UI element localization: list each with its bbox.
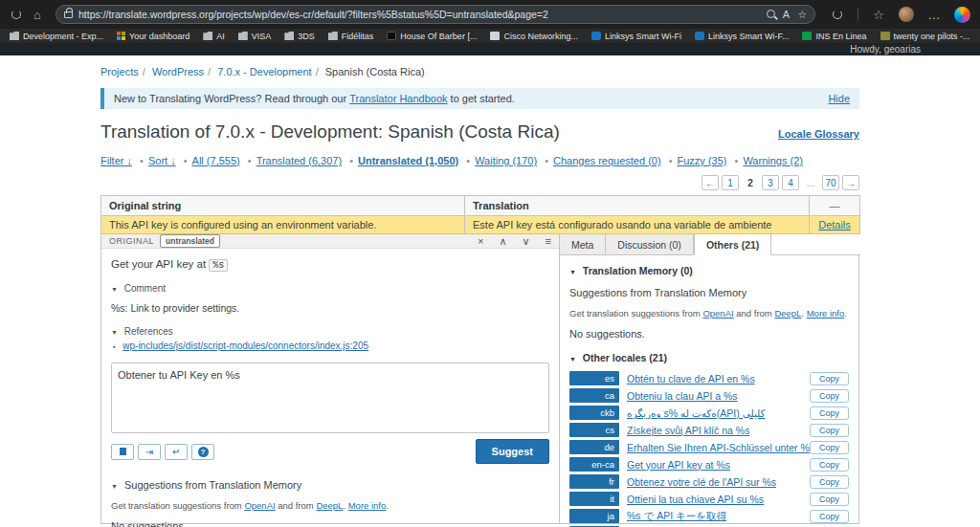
address-bar[interactable]: https://translate.wordpress.org/projects… xyxy=(56,5,815,24)
locale-translation-link[interactable]: Ottieni la tua chiave API su %s xyxy=(627,494,764,505)
filter-link[interactable]: Untranslated (1,050) xyxy=(345,155,458,166)
page-button[interactable]: ... xyxy=(802,175,819,190)
table-row[interactable]: This API key is configured using an envi… xyxy=(101,216,860,234)
read-aloud-icon[interactable]: A xyxy=(783,9,790,20)
bookmark-item[interactable]: VISA xyxy=(238,32,272,41)
side-tab[interactable]: Discussion (0) xyxy=(606,234,694,254)
bookmark-item[interactable]: Development - Exp... xyxy=(10,32,103,41)
more-info-link[interactable]: More info xyxy=(807,308,845,318)
bookmark-item[interactable]: Linksys Smart Wi-Fi xyxy=(591,32,681,41)
favorites-bar-icon[interactable]: ☆ xyxy=(868,8,889,22)
breadcrumb-link[interactable]: WordPress xyxy=(152,66,204,77)
translator-handbook-link[interactable]: Translator Handbook xyxy=(349,93,447,104)
bookmark-item[interactable]: twenty one pilots -... xyxy=(880,32,970,41)
breadcrumb-link[interactable]: 7.0.x - Development xyxy=(217,66,311,77)
search-icon[interactable] xyxy=(767,9,775,20)
copy-button[interactable]: Copy xyxy=(810,458,849,472)
url-text[interactable]: https://translate.wordpress.org/projects… xyxy=(78,9,759,20)
other-locales-toggle[interactable]: ▼ Other locales (21) xyxy=(569,352,851,363)
reference-link[interactable]: wp-includes/js/dist/script-modules/conne… xyxy=(122,340,368,351)
row-translation-text[interactable]: Este API key está configurado usando una… xyxy=(465,216,810,234)
locale-translation-link[interactable]: Obtenez votre clé de l'API sur %s xyxy=(627,476,776,488)
bookmark-item[interactable]: House Of Barber [... xyxy=(387,32,477,41)
locale-translation-link[interactable]: %s で API キーを取得 xyxy=(627,510,726,521)
page-button[interactable]: 2 xyxy=(742,175,759,190)
page-button[interactable]: → xyxy=(842,175,859,190)
page-button[interactable]: 70 xyxy=(822,175,839,190)
profile-avatar[interactable] xyxy=(899,7,914,22)
tm-title-toggle[interactable]: ▼ Translation Memory (0) xyxy=(569,265,851,276)
more-info-link[interactable]: More info xyxy=(348,500,387,511)
bookmark-item[interactable]: Your dashboard xyxy=(117,32,189,41)
copy-button[interactable]: Copy xyxy=(810,493,849,506)
openai-link[interactable]: OpenAI xyxy=(244,500,275,511)
howdy-user[interactable]: Howdy, geoarias xyxy=(850,44,921,55)
browser-essentials-icon[interactable] xyxy=(827,8,848,22)
page-button[interactable]: 3 xyxy=(762,175,779,190)
locale-translation-link[interactable]: کلیلی (API)ەکەت لە %s وەربگرە xyxy=(627,407,766,419)
side-tab[interactable]: Meta xyxy=(560,234,606,254)
chevron-down-icon[interactable]: ∨ xyxy=(523,235,530,248)
bookmark-item[interactable]: Fidélitas xyxy=(328,32,374,41)
filter-link[interactable]: Translated (6,307) xyxy=(243,155,342,166)
favorite-star-icon[interactable]: ☆ xyxy=(797,9,807,21)
details-link[interactable]: Details xyxy=(818,219,851,231)
close-icon[interactable]: × xyxy=(478,235,483,248)
filter-link[interactable]: Filter ↓ xyxy=(100,155,132,166)
insert-newline-icon[interactable]: ↵ xyxy=(165,444,188,460)
tm-section-toggle[interactable]: ▼ Suggestions from Translation Memory xyxy=(111,479,549,491)
references-section-toggle[interactable]: ▼ References xyxy=(111,326,549,337)
copy-from-original-icon[interactable] xyxy=(111,444,134,460)
bookmark-item[interactable]: INS En Linea xyxy=(802,32,866,41)
hide-notice-link[interactable]: Hide xyxy=(828,93,850,104)
filter-link[interactable]: Changes requested (0) xyxy=(540,155,660,166)
copy-button[interactable]: Copy xyxy=(810,510,849,523)
translation-textarea[interactable]: Obtener tu API Key en %s xyxy=(111,362,549,433)
copy-button[interactable]: Copy xyxy=(810,389,849,403)
copy-button[interactable]: Copy xyxy=(810,372,849,385)
filter-link[interactable]: Fuzzy (35) xyxy=(664,155,727,166)
row-original-text[interactable]: This API key is configured using an envi… xyxy=(101,216,465,234)
copy-button[interactable]: Copy xyxy=(810,406,849,420)
bookmark-item[interactable]: AI xyxy=(203,32,225,41)
deepl-link[interactable]: DeepL xyxy=(774,308,801,318)
comment-section-toggle[interactable]: ▼ Comment xyxy=(111,283,549,294)
deepl-link[interactable]: DeepL xyxy=(316,500,343,511)
chevron-up-icon[interactable]: ∧ xyxy=(499,235,506,248)
refresh-icon[interactable] xyxy=(6,8,27,22)
copy-button[interactable]: Copy xyxy=(810,441,849,454)
collapse-triangle-icon: ▼ xyxy=(111,286,118,293)
copilot-icon[interactable] xyxy=(954,7,970,23)
locale-translation-link[interactable]: Obtén tu clave de API en %s xyxy=(627,373,755,384)
breadcrumb-link[interactable]: Projects xyxy=(100,66,139,77)
breadcrumb-link[interactable]: Spanish (Costa Rica) xyxy=(325,66,425,77)
filter-link[interactable]: Warnings (2) xyxy=(730,155,803,166)
locale-code-badge: cs xyxy=(569,423,619,437)
locale-glossary-link[interactable]: Locale Glossary xyxy=(778,128,859,140)
page-button[interactable]: 4 xyxy=(782,175,799,190)
bookmark-item[interactable]: Linksys Smart Wi-F... xyxy=(695,32,790,41)
help-icon[interactable]: ? xyxy=(191,444,214,460)
locale-code-badge: ckb xyxy=(569,406,619,420)
page-button[interactable]: ← xyxy=(702,175,719,190)
bookmark-item[interactable]: Cisco Networking... xyxy=(490,32,578,41)
locale-translation-link[interactable]: Obteniu la clau API a %s xyxy=(627,390,738,402)
filter-links: Filter ↓ Sort ↓ All (7,555) Translated (… xyxy=(100,155,859,166)
page-button[interactable]: 1 xyxy=(722,175,739,190)
insert-tab-icon[interactable]: ⇥ xyxy=(138,444,161,460)
bookmark-item[interactable]: 3DS xyxy=(284,32,315,41)
menu-icon[interactable]: ≡ xyxy=(546,235,551,248)
locale-translation-link[interactable]: Erhalten Sie Ihren API-Schlüssel unter %… xyxy=(627,442,810,453)
locale-translation-link[interactable]: Získejte svůj API klíč na %s xyxy=(627,425,749,436)
side-tab[interactable]: Others (21) xyxy=(694,234,771,255)
filter-link[interactable]: All (7,555) xyxy=(179,155,240,166)
copy-button[interactable]: Copy xyxy=(810,475,849,489)
locale-translation-link[interactable]: Get your API key at %s xyxy=(627,459,730,471)
suggest-button[interactable]: Suggest xyxy=(476,439,549,464)
home-icon[interactable]: ⌂ xyxy=(27,8,48,22)
filter-link[interactable]: Sort ↓ xyxy=(135,155,176,166)
more-menu-icon[interactable]: … xyxy=(924,8,945,22)
filter-link[interactable]: Waiting (170) xyxy=(461,155,537,166)
copy-button[interactable]: Copy xyxy=(810,424,849,437)
openai-link[interactable]: OpenAI xyxy=(702,308,733,318)
